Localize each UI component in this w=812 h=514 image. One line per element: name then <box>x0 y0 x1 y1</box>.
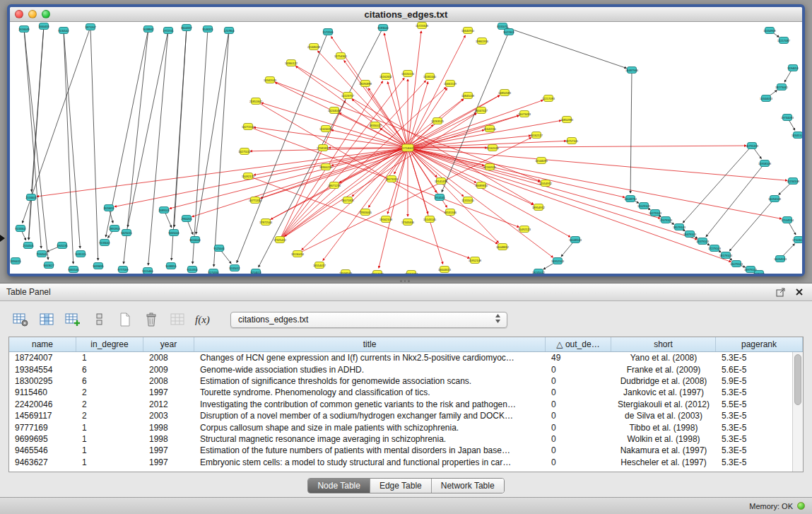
graph-node[interactable]: 18671256 <box>328 182 341 189</box>
table-scrollbar-thumb[interactable] <box>794 354 801 405</box>
table-row[interactable]: 911546021997Tourette syndrome. Phenomeno… <box>9 387 792 398</box>
graph-node[interactable]: 15492123 <box>518 226 531 233</box>
graph-node[interactable]: 9465044 <box>168 230 180 236</box>
graph-node[interactable]: 17343406 <box>401 219 415 226</box>
graph-node[interactable]: 2550505 <box>23 243 34 249</box>
graph-node[interactable]: 9525044 <box>213 245 225 252</box>
graph-node[interactable]: 14360122 <box>285 60 298 66</box>
graph-node[interactable]: 22068058 <box>307 44 321 50</box>
graph-node[interactable]: 14342009 <box>264 77 277 83</box>
graph-node[interactable]: 15958108 <box>758 160 772 167</box>
graph-node[interactable]: 15582440 <box>423 74 437 80</box>
graph-node[interactable]: 9130542 <box>58 28 69 34</box>
graph-node[interactable]: 15952108 <box>469 257 482 264</box>
graph-node[interactable]: 18090898 <box>359 81 372 87</box>
graph-node[interactable]: 16554417 <box>313 262 326 269</box>
graph-node[interactable]: 9777169 <box>117 267 129 273</box>
graph-node[interactable]: 18673313 <box>385 176 399 182</box>
tab-edge-table[interactable]: Edge Table <box>370 479 431 493</box>
row-tools-icon[interactable] <box>88 309 110 330</box>
graph-node[interactable]: 17279103 <box>708 245 722 252</box>
graph-node[interactable]: 11544093 <box>535 158 548 164</box>
graph-node[interactable]: 9133042 <box>99 240 110 246</box>
table-row[interactable]: 1938455462009Genome-wide association stu… <box>9 363 792 375</box>
table-row[interactable]: 1872400712008Changes of HCN gene express… <box>9 352 792 363</box>
graph-node[interactable]: 14850583 <box>498 90 512 96</box>
graph-node[interactable]: 16952103 <box>551 258 565 264</box>
graph-node[interactable]: 1572246 <box>322 29 334 35</box>
graph-node[interactable]: 21851847 <box>249 98 263 105</box>
graph-node[interactable]: 19245022 <box>532 269 546 274</box>
graph-node[interactable]: 16073453 <box>518 111 531 117</box>
graph-node[interactable]: 1724062 <box>402 144 414 151</box>
graph-node[interactable]: 12054912 <box>539 180 553 187</box>
graph-node[interactable]: 18300212 <box>319 164 333 170</box>
graph-node[interactable]: 17581815 <box>317 145 330 151</box>
graph-node[interactable]: 2891953 <box>109 226 120 232</box>
graph-node[interactable]: 15092173 <box>242 173 255 180</box>
tab-node-table[interactable]: Node Table <box>308 479 370 493</box>
graph-node[interactable]: 16379103 <box>696 238 710 245</box>
graph-node[interactable]: 9463627 <box>43 262 54 269</box>
graph-node[interactable]: 16048812 <box>496 244 510 250</box>
graph-node[interactable]: 16094108 <box>768 196 782 202</box>
graph-node[interactable]: 7590505 <box>36 251 47 257</box>
graph-node[interactable]: 2689103 <box>158 207 170 214</box>
graph-node[interactable]: 15143145 <box>423 216 437 223</box>
function-builder-icon[interactable]: f(x) <box>193 309 214 330</box>
table-row[interactable]: 977716911998Corpus callosum shape and si… <box>9 421 792 433</box>
graph-node[interactable]: 17325412 <box>273 237 287 243</box>
table-scrollbar[interactable] <box>792 352 803 472</box>
graph-node[interactable]: 19861916 <box>476 38 489 45</box>
graph-node[interactable]: 11641916 <box>483 126 496 132</box>
graph-node[interactable]: 9546325 <box>202 26 213 33</box>
graph-node[interactable]: 14275112 <box>238 148 251 155</box>
table-row[interactable]: 1830029562008Estimation of significance … <box>9 375 792 387</box>
graph-node[interactable]: 12217093 <box>542 95 555 102</box>
table-row[interactable]: 1456911722003Disruption of a novel membe… <box>9 410 792 421</box>
close-window-button[interactable] <box>15 10 23 18</box>
graph-node[interactable]: 1871207 <box>85 24 96 30</box>
graph-node[interactable]: 16071821 <box>341 197 355 204</box>
graph-node[interactable]: 9035115 <box>75 251 86 257</box>
graph-node[interactable]: 9027403 <box>503 29 514 35</box>
graph-node[interactable]: 11054908 <box>763 28 776 34</box>
graph-node[interactable]: 14531346 <box>444 209 457 216</box>
graph-node[interactable]: 15134457 <box>405 271 418 274</box>
graph-node[interactable]: 8183044 <box>377 25 389 31</box>
graph-node[interactable]: 2960205 <box>181 216 192 222</box>
graph-node[interactable]: 16795318 <box>746 143 759 149</box>
edit-columns-icon[interactable] <box>62 309 83 330</box>
close-panel-icon[interactable] <box>793 286 806 298</box>
graph-node[interactable]: 9245012 <box>229 265 240 271</box>
column-header-pagerank[interactable]: pagerank <box>716 337 803 351</box>
column-header-year[interactable]: year <box>143 337 194 351</box>
graph-node[interactable]: 12424053 <box>319 126 333 132</box>
graph-node[interactable]: 16047427 <box>475 107 488 114</box>
graph-node[interactable]: 1914145 <box>434 194 445 201</box>
graph-node[interactable]: 12223757 <box>341 93 355 99</box>
graph-node[interactable]: 12162016 <box>486 145 500 151</box>
graph-node[interactable]: 8604337 <box>181 25 192 31</box>
graph-node[interactable]: 15529109 <box>637 203 651 209</box>
zoom-window-button[interactable] <box>42 10 50 18</box>
table-row[interactable]: 2242004622012Investigating the contribut… <box>9 399 792 410</box>
graph-node[interactable]: 11315010 <box>461 197 474 204</box>
panel-collapse-arrow-icon[interactable] <box>0 235 5 242</box>
column-header-in_degree[interactable]: in_degree <box>76 337 143 351</box>
network-table-select[interactable]: citations_edges.txt <box>230 312 507 328</box>
delete-table-icon[interactable] <box>141 309 162 330</box>
graph-node[interactable]: 9194053 <box>787 65 799 71</box>
graph-node[interactable]: 2516605 <box>25 194 37 201</box>
graph-node[interactable]: 19130414 <box>291 251 305 257</box>
graph-node[interactable]: 16644613 <box>438 267 452 273</box>
graph-node[interactable]: 12754301 <box>334 53 348 59</box>
graph-node[interactable]: 18273441 <box>775 84 789 90</box>
graph-node[interactable]: 17833405 <box>359 209 372 216</box>
minimize-window-button[interactable] <box>28 10 37 18</box>
graph-node[interactable]: 15723328 <box>416 23 429 29</box>
graph-node[interactable]: 16648794 <box>624 196 637 202</box>
table-row[interactable]: 946362711997Embryonic stem cells: a mode… <box>9 457 792 468</box>
graph-node[interactable]: 9170334 <box>208 269 219 274</box>
graph-node[interactable]: 15661519 <box>444 81 457 87</box>
